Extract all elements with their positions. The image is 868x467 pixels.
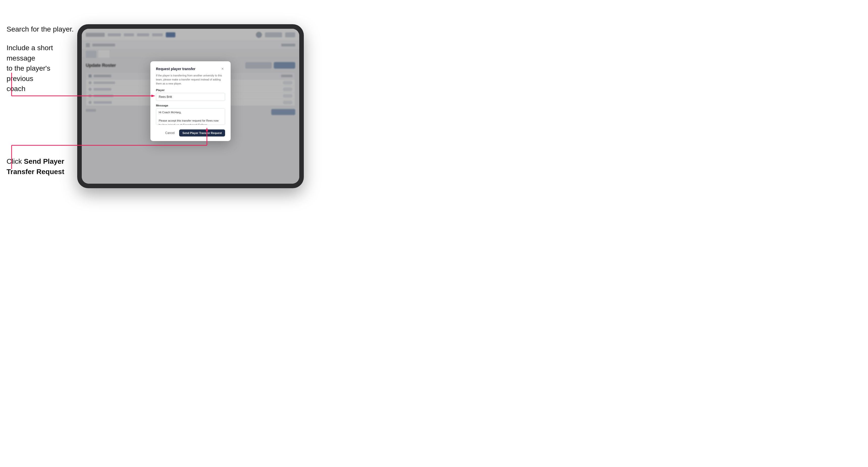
- annotation-click: Click Send PlayerTransfer Request: [6, 156, 77, 177]
- annotation-message: Include a short messageto the player's p…: [6, 43, 77, 94]
- modal-header: Request player transfer ×: [156, 66, 225, 71]
- modal-overlay: Request player transfer × If the player …: [82, 29, 299, 184]
- send-transfer-button[interactable]: Send Player Transfer Request: [179, 129, 225, 136]
- annotation-search: Search for the player.: [6, 24, 74, 35]
- modal-dialog: Request player transfer × If the player …: [150, 61, 230, 141]
- modal-description: If the player is transferring from anoth…: [156, 73, 225, 86]
- annotation-click-bold: Send PlayerTransfer Request: [6, 157, 64, 176]
- tablet-frame: Update Roster: [77, 24, 304, 188]
- player-input[interactable]: [156, 93, 225, 101]
- modal-title: Request player transfer: [156, 67, 195, 71]
- modal-footer: Cancel Send Player Transfer Request: [156, 129, 225, 136]
- cancel-button[interactable]: Cancel: [163, 130, 177, 136]
- message-field-label: Message: [156, 104, 225, 107]
- close-icon[interactable]: ×: [220, 66, 225, 71]
- tablet-screen: Update Roster: [82, 29, 299, 184]
- message-textarea[interactable]: Hi Coach McHarg, Please accept this tran…: [156, 108, 225, 125]
- player-field-label: Player: [156, 89, 225, 92]
